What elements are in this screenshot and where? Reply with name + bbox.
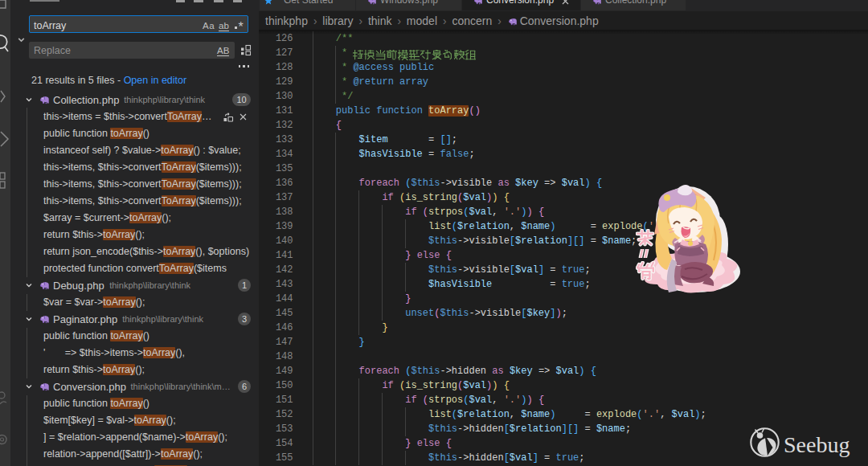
svg-text:Seebug: Seebug: [784, 432, 850, 457]
